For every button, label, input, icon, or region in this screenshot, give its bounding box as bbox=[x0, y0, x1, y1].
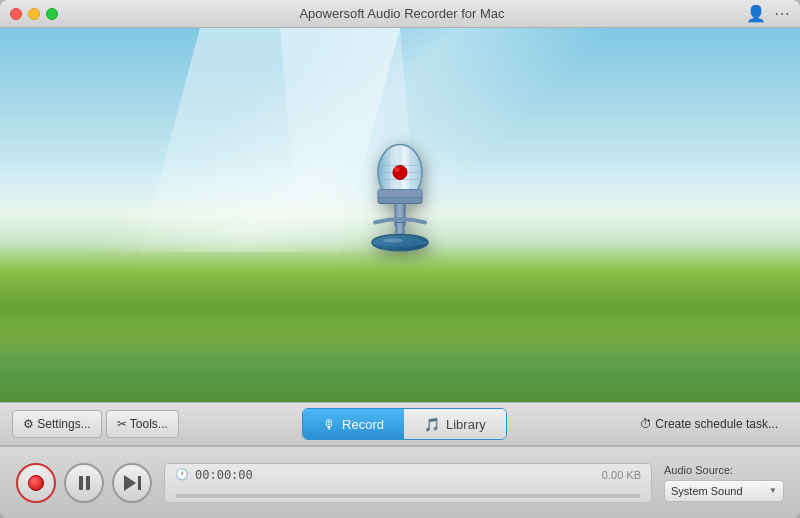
user-icon[interactable]: 👤 bbox=[746, 4, 766, 23]
toolbar-right: ⏱ Create schedule task... bbox=[630, 410, 788, 438]
time-display: 00:00:00 bbox=[195, 468, 253, 482]
tab-record[interactable]: 🎙 Record bbox=[303, 409, 404, 439]
titlebar-icons: 👤 ⋯ bbox=[746, 4, 790, 23]
audio-source-value: System Sound bbox=[671, 485, 743, 497]
maximize-button[interactable] bbox=[46, 8, 58, 20]
play-triangle-icon bbox=[124, 475, 136, 491]
progress-area: 🕐 00:00:00 0.00 KB bbox=[164, 463, 652, 503]
audio-source-label: Audio Source: bbox=[664, 464, 784, 476]
record-button[interactable] bbox=[16, 463, 56, 503]
select-arrow-icon: ▼ bbox=[769, 486, 777, 495]
settings-button[interactable]: ⚙ Settings... bbox=[12, 410, 102, 438]
tools-button[interactable]: ✂ Tools... bbox=[106, 410, 179, 438]
schedule-button[interactable]: ⏱ Create schedule task... bbox=[630, 410, 788, 438]
svg-point-8 bbox=[395, 167, 400, 172]
main-content: ⚙ Settings... ✂ Tools... 🎙 Record 🎵 Libr… bbox=[0, 28, 800, 518]
progress-bar[interactable] bbox=[175, 494, 641, 498]
clock-icon: 🕐 bbox=[175, 468, 189, 481]
microphone-icon bbox=[345, 138, 455, 278]
skip-bar-icon bbox=[138, 476, 141, 490]
svg-point-7 bbox=[393, 166, 407, 180]
titlebar: Apowersoft Audio Recorder for Mac 👤 ⋯ bbox=[0, 0, 800, 28]
microphone-graphic bbox=[340, 133, 460, 283]
tab-group: 🎙 Record 🎵 Library bbox=[302, 408, 507, 440]
audio-source-select[interactable]: System Sound ▼ bbox=[664, 480, 784, 502]
play-skip-button[interactable] bbox=[112, 463, 152, 503]
toolbar-center: 🎙 Record 🎵 Library bbox=[179, 408, 630, 440]
library-tab-icon: 🎵 bbox=[424, 417, 440, 432]
skip-bars-icon bbox=[138, 476, 141, 490]
toolbar: ⚙ Settings... ✂ Tools... 🎙 Record 🎵 Libr… bbox=[0, 402, 800, 446]
audio-source-section: Audio Source: System Sound ▼ bbox=[664, 464, 784, 502]
tab-library[interactable]: 🎵 Library bbox=[404, 409, 506, 439]
play-skip-icon bbox=[124, 475, 141, 491]
traffic-lights bbox=[10, 8, 58, 20]
minimize-button[interactable] bbox=[28, 8, 40, 20]
pause-bar-1 bbox=[79, 476, 83, 490]
mic-tab-icon: 🎙 bbox=[323, 417, 336, 432]
menu-icon[interactable]: ⋯ bbox=[774, 4, 790, 23]
close-button[interactable] bbox=[10, 8, 22, 20]
pause-icon bbox=[79, 476, 90, 490]
svg-rect-10 bbox=[378, 190, 422, 198]
pause-button[interactable] bbox=[64, 463, 104, 503]
toolbar-left: ⚙ Settings... ✂ Tools... bbox=[12, 410, 179, 438]
window-title: Apowersoft Audio Recorder for Mac bbox=[58, 6, 746, 21]
tab-library-label: Library bbox=[446, 417, 486, 432]
pause-bar-2 bbox=[86, 476, 90, 490]
svg-point-15 bbox=[383, 239, 403, 243]
record-dot-icon bbox=[28, 475, 44, 491]
visual-area bbox=[0, 28, 800, 402]
progress-top: 🕐 00:00:00 0.00 KB bbox=[175, 468, 641, 482]
app-window: Apowersoft Audio Recorder for Mac 👤 ⋯ bbox=[0, 0, 800, 518]
bottom-bar: 🕐 00:00:00 0.00 KB Audio Source: System … bbox=[0, 446, 800, 518]
tab-record-label: Record bbox=[342, 417, 384, 432]
file-size-display: 0.00 KB bbox=[602, 469, 641, 481]
playback-controls bbox=[16, 463, 152, 503]
